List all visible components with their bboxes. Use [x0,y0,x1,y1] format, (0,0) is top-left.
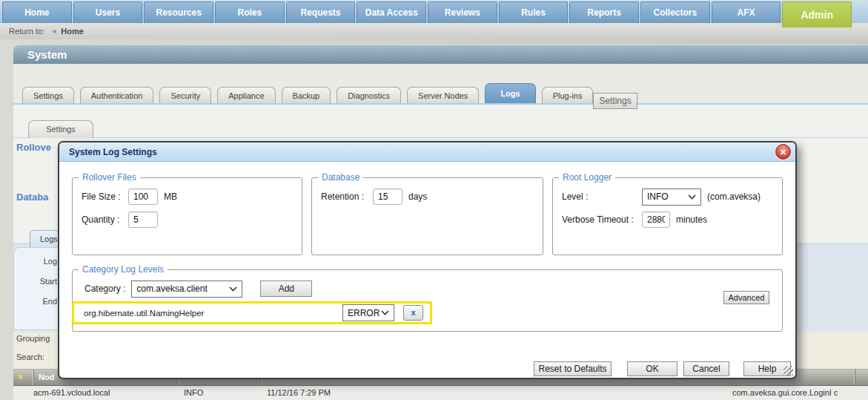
database-fieldset: Database Retention : days [311,172,543,255]
category-row-level-select[interactable]: ERROR [342,304,394,321]
category-value: com.aveksa.client [136,283,207,294]
chevron-down-icon [381,310,389,315]
breadcrumb-home-link[interactable]: Home [61,27,84,36]
nav-users[interactable]: Users [73,1,143,23]
root-level-value: INFO [647,191,669,202]
root-level-select[interactable]: INFO [642,188,701,206]
return-to-label: Return to: [9,27,44,36]
nav-resources[interactable]: Resources [144,1,213,23]
tab-authentication[interactable]: Authentication [80,87,154,103]
nav-afx[interactable]: AFX [712,1,781,23]
tab-settings[interactable]: Settings [22,87,74,103]
page-title: System [13,45,868,64]
back-arrow-icon: ◄ [50,27,57,35]
nav-data-access[interactable]: Data Access [357,1,426,23]
bg-logs-tab[interactable]: Logs [30,230,59,247]
category-row-highlighted: org.hibernate.util.NamingHelper ERROR x [72,301,432,324]
reset-to-defaults-button[interactable]: Reset to Defaults [534,361,612,376]
row-node: acm-691.vcloud.local [33,388,110,397]
system-log-settings-dialog: System Log Settings ✕ Rollover Files Fil… [58,141,797,379]
logs-settings-button[interactable]: Settings [593,93,637,109]
quantity-input[interactable] [128,212,158,228]
category-select[interactable]: com.aveksa.client [131,281,242,298]
search-label: Search: [16,353,44,361]
file-size-input[interactable] [128,188,158,205]
chevron-down-icon [229,286,237,292]
nav-roles[interactable]: Roles [215,1,285,23]
close-icon[interactable]: ✕ [775,144,791,160]
nav-requests[interactable]: Requests [286,1,356,23]
tab-plug-ins[interactable]: Plug-ins [542,87,594,103]
rollover-files-fieldset: Rollover Files File Size : MB Quantity : [72,172,302,255]
category-log-levels-legend: Category Log Levels [79,264,168,275]
resize-grip[interactable] [783,366,793,376]
advanced-button[interactable]: Advanced [723,291,769,304]
nav-reviews[interactable]: Reviews [428,1,497,23]
tab-diagnostics[interactable]: Diagnostics [337,87,401,103]
log-table-row[interactable]: acm-691.vcloud.local INFO 11/12/16 7:29 … [13,386,868,400]
nav-home[interactable]: Home [2,1,72,23]
screen: { "nav": { "items": ["Home","Users","Res… [0,0,868,400]
root-level-suffix: (com.aveksa) [707,191,761,202]
retention-unit: days [408,191,427,202]
ok-button[interactable]: OK [627,361,677,376]
verbose-timeout-unit: minutes [676,214,707,225]
column-divider [33,370,34,385]
tab-server-nodes[interactable]: Server Nodes [407,87,479,103]
tab-appliance[interactable]: Appliance [217,87,275,103]
bg-heading-rollover: Rollove [16,142,59,153]
column-header-node[interactable]: Nod [39,373,54,381]
category-row-level-value: ERROR [348,308,380,318]
collapse-all-icon[interactable]: » [16,374,27,379]
nav-rules[interactable]: Rules [499,1,569,23]
row-level: INFO [184,388,203,397]
nav-admin[interactable]: Admin [782,1,852,27]
row-message: com.aveksa.gui.core.LoginI c [732,388,838,397]
retention-label: Retention : [321,191,367,202]
dialog-title: System Log Settings [59,142,795,162]
retention-input[interactable] [373,188,402,205]
tab-security[interactable]: Security [159,87,211,103]
bg-label-log: Log [44,257,57,266]
bg-heading-database: Databa [16,191,59,203]
system-tabstrip: Settings Authentication Security Applian… [13,64,868,105]
file-size-unit: MB [164,191,177,202]
logs-sub-tab-settings[interactable]: Settings [28,120,93,138]
bg-log-filter-panel: Log Start End [13,247,58,330]
add-button[interactable]: Add [260,281,312,297]
panel-divider [13,137,868,138]
column-divider[interactable] [855,370,855,385]
bg-label-end: End [42,297,57,306]
remove-category-button[interactable]: x [403,305,423,321]
category-label: Category : [85,283,125,294]
root-logger-fieldset: Root Logger Level : INFO (com.aveksa) Ve… [552,172,783,255]
chevron-down-icon [688,194,696,200]
grouping-label: Grouping [16,334,50,343]
row-time: 11/12/16 7:29 PM [267,388,331,397]
top-nav: Home Users Resources Roles Requests Data… [0,0,868,23]
nav-reports[interactable]: Reports [569,1,639,23]
database-legend: Database [318,172,363,183]
rollover-files-legend: Rollover Files [79,172,140,183]
tab-logs[interactable]: Logs [485,83,535,103]
file-size-label: File Size : [82,191,122,202]
category-row-name: org.hibernate.util.NamingHelper [84,309,342,318]
tab-backup[interactable]: Backup [282,87,331,103]
cancel-button[interactable]: Cancel [683,361,729,376]
breadcrumb: Return to: ◄ Home [0,23,868,39]
nav-collectors[interactable]: Collectors [640,1,710,23]
bg-label-start: Start [40,277,57,286]
root-logger-legend: Root Logger [559,172,615,183]
quantity-label: Quantity : [82,214,122,225]
verbose-timeout-label: Verbose Timeout : [562,214,636,225]
level-label: Level : [562,191,636,202]
verbose-timeout-input[interactable] [642,212,670,228]
